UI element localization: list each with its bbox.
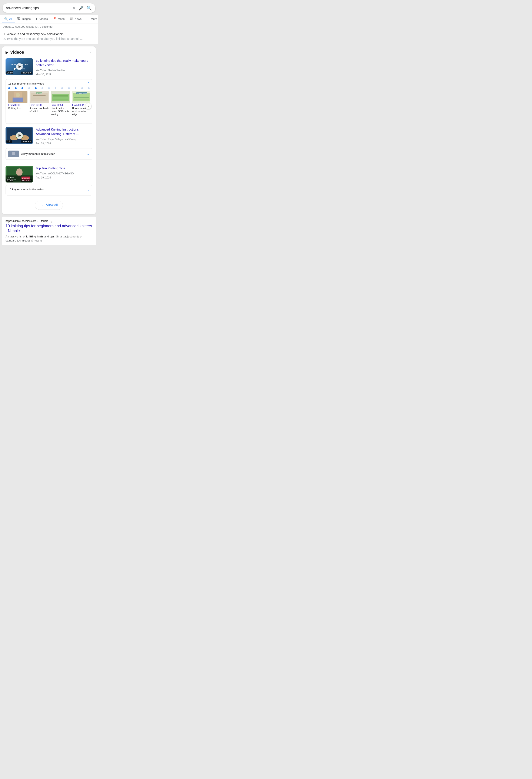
search-icons: ✕ 🎤 🔍 <box>72 6 92 11</box>
moment-thumb-svg-4: #2 neater cast-on <box>72 91 89 103</box>
tab-news[interactable]: 📰 News <box>67 15 84 23</box>
tab-videos-label: Videos <box>40 17 48 20</box>
moment-label-3: How to knit a neater SSK / left-leaning… <box>51 107 70 116</box>
snippets-container: 1. Weave in and twist every new color/Bo… <box>0 30 98 44</box>
key-moments-chevron-3[interactable]: ⌄ <box>87 187 89 191</box>
video-thumbnail-1[interactable]: 10 KNITTING TIPSFOR█T RESULTS 25:59 PREV… <box>6 58 33 75</box>
videos-header-menu-icon[interactable]: ⋮ <box>88 50 92 55</box>
tab-images[interactable]: 🖼 Images <box>15 15 33 23</box>
key-moments-label-2: 3 key moments in this video <box>21 152 85 156</box>
moment-timestamp-2: From 02:00 <box>29 104 49 106</box>
video-channel-3: WOOLANDTHEGANG <box>48 172 74 175</box>
result-snippet-bold-2: tips <box>50 235 55 238</box>
moments-next-arrow[interactable]: › <box>85 103 91 109</box>
dot-line-5 <box>37 88 42 88</box>
play-triangle-1 <box>18 65 21 68</box>
mic-icon[interactable]: 🎤 <box>78 6 84 11</box>
result-title[interactable]: 10 knitting tips for beginners and advan… <box>6 224 92 234</box>
result-options-icon[interactable]: ⋮ <box>50 219 53 223</box>
view-all-button[interactable]: → View all <box>35 200 63 210</box>
news-tab-icon: 📰 <box>70 17 73 20</box>
svg-point-35 <box>12 152 15 155</box>
video-title-2[interactable]: Advanced Knitting Instructions : Advance… <box>36 127 92 136</box>
video-meta-3: YouTube · WOOLANDTHEGANG Aug 19, 2016 <box>36 172 92 180</box>
key-moments-3: 10 key moments in this video ⌄ <box>6 185 92 195</box>
key-moments-header-3[interactable]: 10 key moments in this video ⌄ <box>8 187 89 191</box>
progress-dots-1 <box>8 87 89 89</box>
video-info-2: Advanced Knitting Instructions : Advance… <box>36 127 92 145</box>
video-thumbnail-2[interactable]: 2:11 PREVIEW <box>6 127 33 144</box>
video-platform-1: YouTube <box>36 69 46 72</box>
key-moments-chevron-2[interactable]: ⌄ <box>87 152 89 156</box>
svg-point-2 <box>16 93 20 97</box>
videos-card: ▶ Videos ⋮ 10 KNITTING TIPSFOR█T RESULTS… <box>2 46 96 214</box>
svg-point-38 <box>16 169 22 176</box>
svg-text:TOP 10: TOP 10 <box>8 177 14 179</box>
moment-thumb-2: #1 neater <box>29 91 49 103</box>
tab-maps-label: Maps <box>58 17 65 20</box>
clear-icon[interactable]: ✕ <box>72 6 75 10</box>
dot-7 <box>48 87 50 89</box>
video-date-2: Sep 28, 2008 <box>36 142 51 145</box>
moments-scroll-container: From 00:00 Knitting tips #1 neater <box>8 91 89 121</box>
dot-line-6 <box>43 88 48 88</box>
video-channel-1: NimbleNeedles <box>48 69 65 72</box>
moment-thumb-svg-3 <box>51 91 70 103</box>
dot-13 <box>88 87 89 89</box>
video-title-1[interactable]: 10 knitting tips that really make you a … <box>36 58 92 67</box>
tab-maps[interactable]: 📍 Maps <box>51 15 67 23</box>
more-tab-icon: ⋮ <box>87 17 89 20</box>
moment-item-3[interactable]: From 02:54 How to knit a neater SSK / le… <box>51 91 70 121</box>
key-moments-header-1[interactable]: 13 key moments in this video ⌃ <box>8 81 89 85</box>
key-moments-label-3: 10 key moments in this video <box>8 188 44 191</box>
key-moments-chevron-1[interactable]: ⌃ <box>87 81 89 85</box>
video-platform-3: YouTube <box>36 172 46 175</box>
tab-more[interactable]: ⋮ More <box>84 15 98 23</box>
view-all-label: View all <box>46 203 58 207</box>
key-moments-1: 13 key moments in this video ⌃ <box>6 79 92 124</box>
video-date-3: Aug 19, 2016 <box>36 176 51 179</box>
tab-all[interactable]: 🔍 All <box>2 15 15 23</box>
view-all-container: → View all <box>6 199 92 211</box>
dot-line-4 <box>30 88 35 88</box>
video-date-1: May 30, 2021 <box>36 73 51 76</box>
videos-header: ▶ Videos ⋮ <box>6 50 92 55</box>
search-query[interactable]: advanced knitting tips <box>6 6 72 10</box>
moment-thumb-svg-2: #1 neater <box>29 91 49 103</box>
search-bar-container: advanced knitting tips ✕ 🎤 🔍 <box>0 0 98 15</box>
video-item-2: 2:11 PREVIEW Advanced Knitting Instructi… <box>6 127 92 145</box>
play-button-1[interactable] <box>16 63 23 70</box>
video-item-3: TOP 10 KNIT TIPS ▶ PREVIEW 27:43 PREVIEW… <box>6 166 92 182</box>
tab-videos[interactable]: ▶ Videos <box>33 15 51 23</box>
videos-section-title: Videos <box>10 50 86 55</box>
video-title-3[interactable]: Top Ten Knitting Tips <box>36 166 92 170</box>
moment-item-2[interactable]: #1 neater From 02:00 A neater last bind-… <box>29 91 49 121</box>
result-snippet-bold-1: knitting hints <box>26 235 44 238</box>
key-moments-2[interactable]: 3 key moments in this video ⌄ <box>6 148 92 160</box>
moment-thumb-svg-1 <box>8 91 27 103</box>
video-duration-1: 25:59 <box>6 71 13 74</box>
moment-thumb-1 <box>8 91 27 103</box>
dot-4 <box>28 87 30 89</box>
tab-more-label: More <box>91 17 97 20</box>
dot-line-9 <box>63 88 68 88</box>
dot-1 <box>8 87 10 89</box>
dot-6 <box>42 87 43 89</box>
snippet-item-1: 1. Weave in and twist every new color/Bo… <box>3 32 94 37</box>
svg-rect-18 <box>73 93 89 101</box>
video-thumbnail-3[interactable]: TOP 10 KNIT TIPS ▶ PREVIEW 27:43 PREVIEW <box>6 166 33 182</box>
moment-thumb-3 <box>51 91 70 103</box>
video-duration-2: 2:11 <box>6 140 12 143</box>
svg-rect-3 <box>12 98 23 102</box>
dot-line-12 <box>83 88 88 88</box>
moment-item-1[interactable]: From 00:00 Knitting tips <box>8 91 27 121</box>
video-info-1: 10 knitting tips that really make you a … <box>36 58 92 77</box>
video-channel-2: ExpertVillage Leaf Group <box>48 138 76 141</box>
dot-5 <box>35 87 37 89</box>
videos-tab-icon: ▶ <box>36 17 38 20</box>
key-moments-small-thumb-2 <box>8 151 19 158</box>
video-meta-2: YouTube · ExpertVillage Leaf Group Sep 2… <box>36 137 92 145</box>
search-submit-icon[interactable]: 🔍 <box>87 6 92 11</box>
moment-thumb-4: #2 neater cast-on <box>72 91 89 103</box>
play-button-2[interactable] <box>16 132 23 139</box>
